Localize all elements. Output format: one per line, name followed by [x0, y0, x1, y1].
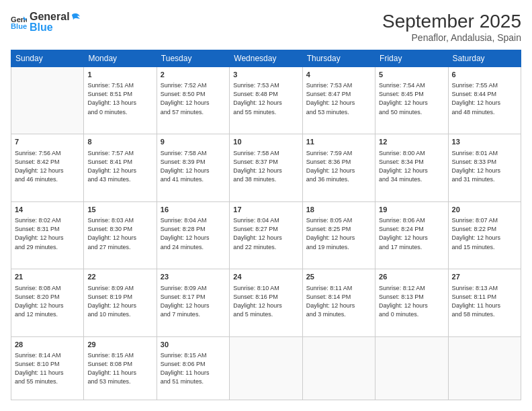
- col-sunday: Sunday: [11, 50, 84, 67]
- calendar-table: Sunday Monday Tuesday Wednesday Thursday…: [11, 50, 521, 400]
- day-number: 5: [379, 70, 444, 80]
- week-row-4: 21Sunrise: 8:08 AM Sunset: 8:20 PM Dayli…: [11, 269, 521, 336]
- day-info: Sunrise: 8:09 AM Sunset: 8:19 PM Dayligh…: [87, 284, 152, 319]
- col-wednesday: Wednesday: [230, 50, 302, 67]
- day-info: Sunrise: 7:58 AM Sunset: 8:37 PM Dayligh…: [233, 149, 298, 184]
- day-cell: 26Sunrise: 8:12 AM Sunset: 8:13 PM Dayli…: [375, 269, 448, 336]
- day-number: 11: [306, 137, 371, 147]
- day-number: 10: [233, 137, 298, 147]
- day-number: 25: [306, 272, 371, 282]
- day-cell: [302, 336, 375, 400]
- day-cell: 19Sunrise: 8:06 AM Sunset: 8:24 PM Dayli…: [375, 201, 448, 269]
- month-title: September 2025: [382, 11, 521, 32]
- day-cell: 22Sunrise: 8:09 AM Sunset: 8:19 PM Dayli…: [84, 269, 157, 336]
- logo-blue: Blue: [30, 21, 82, 34]
- day-info: Sunrise: 8:07 AM Sunset: 8:22 PM Dayligh…: [452, 216, 517, 251]
- day-number: 20: [452, 205, 517, 215]
- day-cell: 6Sunrise: 7:55 AM Sunset: 8:44 PM Daylig…: [448, 67, 521, 134]
- day-cell: 23Sunrise: 8:09 AM Sunset: 8:17 PM Dayli…: [157, 269, 229, 336]
- title-section: September 2025 Penaflor, Andalusia, Spai…: [382, 11, 521, 43]
- day-cell: 2Sunrise: 7:52 AM Sunset: 8:50 PM Daylig…: [157, 67, 229, 134]
- day-info: Sunrise: 8:10 AM Sunset: 8:16 PM Dayligh…: [233, 284, 298, 319]
- col-thursday: Thursday: [302, 50, 375, 67]
- day-info: Sunrise: 7:52 AM Sunset: 8:50 PM Dayligh…: [161, 81, 226, 116]
- calendar-page: Gene Blue General Blue September 2025 Pe…: [0, 0, 532, 411]
- location-subtitle: Penaflor, Andalusia, Spain: [382, 32, 521, 43]
- day-number: 12: [379, 137, 444, 147]
- col-monday: Monday: [84, 50, 157, 67]
- day-cell: 10Sunrise: 7:58 AM Sunset: 8:37 PM Dayli…: [230, 134, 302, 201]
- day-cell: 16Sunrise: 8:04 AM Sunset: 8:28 PM Dayli…: [157, 201, 229, 269]
- day-cell: 4Sunrise: 7:53 AM Sunset: 8:47 PM Daylig…: [302, 67, 375, 134]
- day-cell: 13Sunrise: 8:01 AM Sunset: 8:33 PM Dayli…: [448, 134, 521, 201]
- day-cell: 24Sunrise: 8:10 AM Sunset: 8:16 PM Dayli…: [230, 269, 302, 336]
- day-number: 8: [87, 137, 152, 147]
- day-number: 17: [233, 205, 298, 215]
- day-number: 2: [161, 70, 226, 80]
- day-cell: [11, 67, 84, 134]
- day-number: 13: [452, 137, 517, 147]
- day-info: Sunrise: 8:04 AM Sunset: 8:28 PM Dayligh…: [161, 216, 226, 251]
- week-row-1: 1Sunrise: 7:51 AM Sunset: 8:51 PM Daylig…: [11, 67, 521, 134]
- day-info: Sunrise: 8:03 AM Sunset: 8:30 PM Dayligh…: [87, 216, 152, 251]
- day-cell: 1Sunrise: 7:51 AM Sunset: 8:51 PM Daylig…: [84, 67, 157, 134]
- day-cell: [230, 336, 302, 400]
- day-info: Sunrise: 8:08 AM Sunset: 8:20 PM Dayligh…: [15, 284, 80, 319]
- col-tuesday: Tuesday: [157, 50, 229, 67]
- day-info: Sunrise: 7:57 AM Sunset: 8:41 PM Dayligh…: [87, 149, 152, 184]
- day-number: 27: [452, 272, 517, 282]
- day-cell: 15Sunrise: 8:03 AM Sunset: 8:30 PM Dayli…: [84, 201, 157, 269]
- day-cell: 11Sunrise: 7:59 AM Sunset: 8:36 PM Dayli…: [302, 134, 375, 201]
- day-cell: 5Sunrise: 7:54 AM Sunset: 8:45 PM Daylig…: [375, 67, 448, 134]
- day-info: Sunrise: 7:51 AM Sunset: 8:51 PM Dayligh…: [87, 81, 152, 116]
- day-number: 23: [161, 272, 226, 282]
- day-cell: 7Sunrise: 7:56 AM Sunset: 8:42 PM Daylig…: [11, 134, 84, 201]
- day-number: 14: [15, 205, 80, 215]
- day-cell: 3Sunrise: 7:53 AM Sunset: 8:48 PM Daylig…: [230, 67, 302, 134]
- day-info: Sunrise: 8:04 AM Sunset: 8:27 PM Dayligh…: [233, 216, 298, 251]
- day-info: Sunrise: 7:53 AM Sunset: 8:48 PM Dayligh…: [233, 81, 298, 116]
- day-cell: 29Sunrise: 8:15 AM Sunset: 8:08 PM Dayli…: [84, 336, 157, 400]
- day-info: Sunrise: 8:15 AM Sunset: 8:08 PM Dayligh…: [87, 351, 152, 386]
- day-number: 9: [161, 137, 226, 147]
- day-number: 6: [452, 70, 517, 80]
- day-number: 4: [306, 70, 371, 80]
- col-friday: Friday: [375, 50, 448, 67]
- day-number: 24: [233, 272, 298, 282]
- day-number: 19: [379, 205, 444, 215]
- day-number: 26: [379, 272, 444, 282]
- day-info: Sunrise: 7:53 AM Sunset: 8:47 PM Dayligh…: [306, 81, 371, 116]
- page-header: Gene Blue General Blue September 2025 Pe…: [11, 11, 521, 43]
- day-cell: 30Sunrise: 8:15 AM Sunset: 8:06 PM Dayli…: [157, 336, 229, 400]
- day-info: Sunrise: 8:11 AM Sunset: 8:14 PM Dayligh…: [306, 284, 371, 319]
- day-info: Sunrise: 8:00 AM Sunset: 8:34 PM Dayligh…: [379, 149, 444, 184]
- day-info: Sunrise: 7:56 AM Sunset: 8:42 PM Dayligh…: [15, 149, 80, 184]
- week-row-2: 7Sunrise: 7:56 AM Sunset: 8:42 PM Daylig…: [11, 134, 521, 201]
- day-number: 30: [161, 340, 226, 350]
- day-info: Sunrise: 8:15 AM Sunset: 8:06 PM Dayligh…: [161, 351, 226, 386]
- day-info: Sunrise: 8:05 AM Sunset: 8:25 PM Dayligh…: [306, 216, 371, 251]
- day-info: Sunrise: 8:14 AM Sunset: 8:10 PM Dayligh…: [15, 351, 80, 386]
- day-info: Sunrise: 7:58 AM Sunset: 8:39 PM Dayligh…: [161, 149, 226, 184]
- day-info: Sunrise: 8:09 AM Sunset: 8:17 PM Dayligh…: [161, 284, 226, 319]
- day-info: Sunrise: 8:01 AM Sunset: 8:33 PM Dayligh…: [452, 149, 517, 184]
- day-number: 15: [87, 205, 152, 215]
- day-info: Sunrise: 8:06 AM Sunset: 8:24 PM Dayligh…: [379, 216, 444, 251]
- day-cell: 18Sunrise: 8:05 AM Sunset: 8:25 PM Dayli…: [302, 201, 375, 269]
- day-info: Sunrise: 8:12 AM Sunset: 8:13 PM Dayligh…: [379, 284, 444, 319]
- day-number: 21: [15, 272, 80, 282]
- day-info: Sunrise: 7:54 AM Sunset: 8:45 PM Dayligh…: [379, 81, 444, 116]
- day-cell: 17Sunrise: 8:04 AM Sunset: 8:27 PM Dayli…: [230, 201, 302, 269]
- day-info: Sunrise: 8:13 AM Sunset: 8:11 PM Dayligh…: [452, 284, 517, 319]
- header-row: Sunday Monday Tuesday Wednesday Thursday…: [11, 50, 521, 67]
- logo-general: General: [30, 11, 70, 22]
- day-info: Sunrise: 7:55 AM Sunset: 8:44 PM Dayligh…: [452, 81, 517, 116]
- day-cell: 9Sunrise: 7:58 AM Sunset: 8:39 PM Daylig…: [157, 134, 229, 201]
- logo-icon: Gene Blue: [11, 14, 27, 30]
- week-row-5: 28Sunrise: 8:14 AM Sunset: 8:10 PM Dayli…: [11, 336, 521, 400]
- day-cell: 8Sunrise: 7:57 AM Sunset: 8:41 PM Daylig…: [84, 134, 157, 201]
- week-row-3: 14Sunrise: 8:02 AM Sunset: 8:31 PM Dayli…: [11, 201, 521, 269]
- day-cell: 25Sunrise: 8:11 AM Sunset: 8:14 PM Dayli…: [302, 269, 375, 336]
- svg-text:Blue: Blue: [11, 22, 27, 30]
- day-number: 16: [161, 205, 226, 215]
